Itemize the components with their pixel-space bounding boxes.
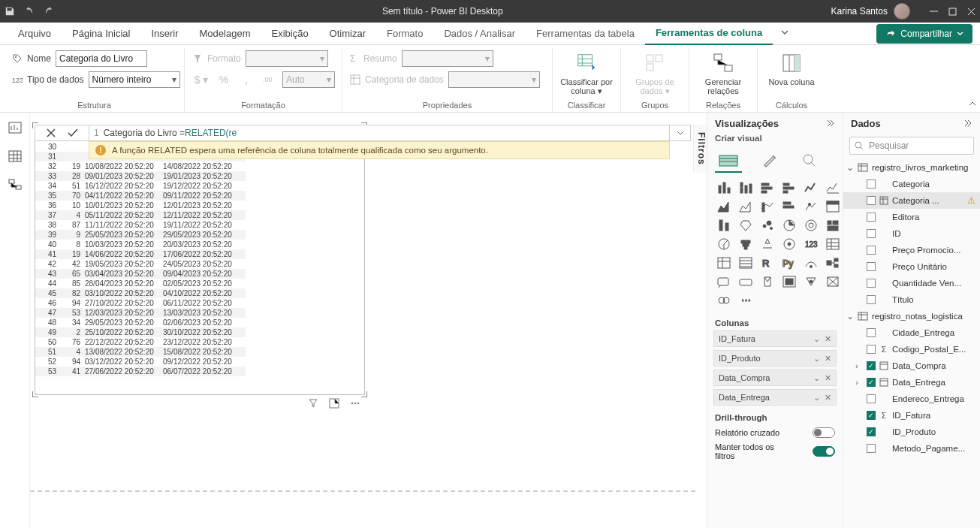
field-node[interactable]: Cidade_Entrega [843, 324, 980, 341]
chevron-down-icon[interactable]: ⌄ [813, 373, 820, 383]
viz-type-icon[interactable]: R [758, 255, 776, 270]
table-row[interactable]: 361010/01/2023 20:52:2012/01/2023 20:52:… [35, 201, 246, 210]
formula-expand-icon[interactable] [670, 125, 691, 141]
viz-type-icon[interactable] [715, 255, 733, 270]
viz-type-icon[interactable] [802, 218, 820, 233]
formula-commit-icon[interactable] [67, 128, 79, 138]
field-node[interactable]: ID [843, 225, 980, 242]
viz-type-icon[interactable] [802, 180, 820, 195]
keep-filters-toggle[interactable] [813, 446, 835, 457]
table-row[interactable]: 357004/11/2022 20:52:2009/11/2022 20:52:… [35, 191, 246, 201]
field-well[interactable]: Data_Entrega⌄✕ [713, 389, 837, 406]
chevron-down-icon[interactable]: ⌄ [813, 354, 820, 364]
viz-type-icon[interactable] [758, 180, 776, 195]
table-row[interactable]: 332809/01/2023 20:52:2019/01/2023 20:52:… [35, 171, 246, 181]
minimize-icon[interactable] [930, 8, 938, 16]
focus-icon[interactable] [329, 398, 339, 409]
maximize-icon[interactable] [948, 8, 957, 16]
viz-type-icon[interactable]: 123 [802, 237, 820, 252]
field-checkbox[interactable] [867, 246, 876, 255]
viz-type-icon[interactable] [802, 274, 820, 289]
viz-type-icon[interactable] [780, 274, 798, 289]
tab-column-tools[interactable]: Ferramentas de coluna [645, 23, 773, 45]
manage-relations-button[interactable]: Gerenciar relações [697, 50, 749, 95]
field-checkbox[interactable] [867, 361, 876, 370]
viz-type-icon[interactable] [715, 293, 733, 308]
viz-type-icon[interactable] [802, 255, 820, 270]
field-node[interactable]: Quantidade Ven... [843, 275, 980, 291]
search-input[interactable]: Pesquisar [849, 137, 974, 155]
field-checkbox[interactable] [867, 279, 876, 288]
analytics-tab[interactable] [796, 149, 823, 173]
viz-type-icon[interactable] [715, 218, 733, 233]
tabs-overflow-icon[interactable] [773, 28, 788, 39]
name-input[interactable]: Categoria do Livro [56, 50, 147, 67]
field-checkbox[interactable] [867, 328, 876, 337]
remove-field-icon[interactable]: ✕ [825, 354, 831, 364]
viz-type-icon[interactable] [758, 237, 776, 252]
viz-type-icon[interactable]: ⋯ [737, 293, 755, 308]
table-row[interactable]: 534127/06/2022 20:52:2006/07/2022 20:52:… [35, 367, 246, 376]
viz-type-icon[interactable] [737, 199, 755, 214]
viz-type-icon[interactable] [824, 255, 842, 270]
viz-type-icon[interactable] [780, 180, 798, 195]
report-view-icon[interactable] [6, 120, 24, 135]
field-node[interactable]: Preço Promocio... [843, 242, 980, 258]
table-node[interactable]: ⌄registro_notas_logistica [843, 308, 980, 324]
tab-model[interactable]: Modelagem [189, 23, 261, 45]
sort-by-column-button[interactable]: Classificar por coluna ▾ [560, 50, 613, 95]
remove-field-icon[interactable]: ✕ [825, 334, 831, 344]
table-row[interactable]: 51413/08/2022 20:52:2015/08/2022 20:52:2… [35, 347, 246, 357]
viz-type-icon[interactable] [780, 218, 798, 233]
field-well[interactable]: ID_Produto⌄✕ [713, 350, 837, 367]
tab-insert[interactable]: Inserir [140, 23, 188, 45]
more-icon[interactable] [350, 398, 360, 409]
viz-type-icon[interactable] [737, 180, 755, 195]
filters-pane-collapsed[interactable]: Filtros [693, 125, 707, 173]
field-node[interactable]: ΣCodigo_Postal_E... [843, 341, 980, 358]
field-checkbox[interactable] [867, 394, 876, 403]
field-checkbox[interactable] [867, 262, 876, 271]
field-checkbox[interactable] [867, 229, 876, 238]
viz-type-icon[interactable] [715, 199, 733, 214]
tab-file[interactable]: Arquivo [8, 23, 62, 45]
field-node[interactable]: ΣID_Fatura [843, 407, 980, 424]
formula-input[interactable]: 1 Categoria do Livro = RELATED(re [89, 125, 670, 141]
field-node[interactable]: Categoria [843, 176, 980, 192]
field-well[interactable]: ID_Fatura⌄✕ [713, 330, 837, 347]
save-icon[interactable] [5, 6, 15, 17]
table-row[interactable]: 475312/03/2023 20:52:2013/03/2023 20:52:… [35, 308, 246, 318]
field-checkbox[interactable] [867, 444, 876, 453]
tab-home[interactable]: Página Inicial [62, 23, 140, 45]
viz-type-icon[interactable] [758, 218, 776, 233]
viz-type-icon[interactable] [824, 218, 842, 233]
viz-type-icon[interactable] [737, 237, 755, 252]
field-node[interactable]: ›Data_Entrega [843, 374, 980, 391]
share-button[interactable]: Compartilhar [876, 24, 972, 44]
field-checkbox[interactable] [867, 427, 876, 436]
viz-type-icon[interactable] [758, 274, 776, 289]
field-node[interactable]: Título [843, 291, 980, 308]
close-icon[interactable] [967, 8, 975, 16]
table-row[interactable]: 40810/03/2023 20:52:2020/03/2023 20:52:2… [35, 240, 246, 249]
field-node[interactable]: Editora [843, 209, 980, 225]
field-node[interactable]: ›Data_Compra [843, 358, 980, 374]
tab-table-tools[interactable]: Ferramentas da tabela [526, 23, 645, 45]
field-checkbox[interactable] [867, 180, 876, 189]
table-row[interactable]: 448528/04/2023 20:52:2002/05/2023 20:52:… [35, 279, 246, 288]
viz-type-icon[interactable] [715, 237, 733, 252]
avatar[interactable] [894, 3, 910, 20]
undo-icon[interactable] [24, 6, 35, 17]
viz-type-icon[interactable] [824, 199, 842, 214]
field-node[interactable]: Endereco_Entrega [843, 391, 980, 407]
field-checkbox[interactable] [867, 196, 876, 205]
viz-type-icon[interactable] [802, 199, 820, 214]
table-row[interactable]: 321910/08/2022 20:52:2014/08/2022 20:52:… [35, 161, 246, 171]
table-row[interactable]: 411914/06/2022 20:52:2017/06/2022 20:52:… [35, 249, 246, 259]
tab-view[interactable]: Exibição [261, 23, 318, 45]
new-column-button[interactable]: Nova coluna [765, 50, 818, 86]
viz-type-icon[interactable] [824, 180, 842, 195]
table-visual[interactable]: 3031321910/08/2022 20:52:2014/08/2022 20… [35, 125, 365, 395]
expand-data-icon[interactable] [963, 119, 972, 128]
remove-field-icon[interactable]: ✕ [825, 373, 831, 383]
